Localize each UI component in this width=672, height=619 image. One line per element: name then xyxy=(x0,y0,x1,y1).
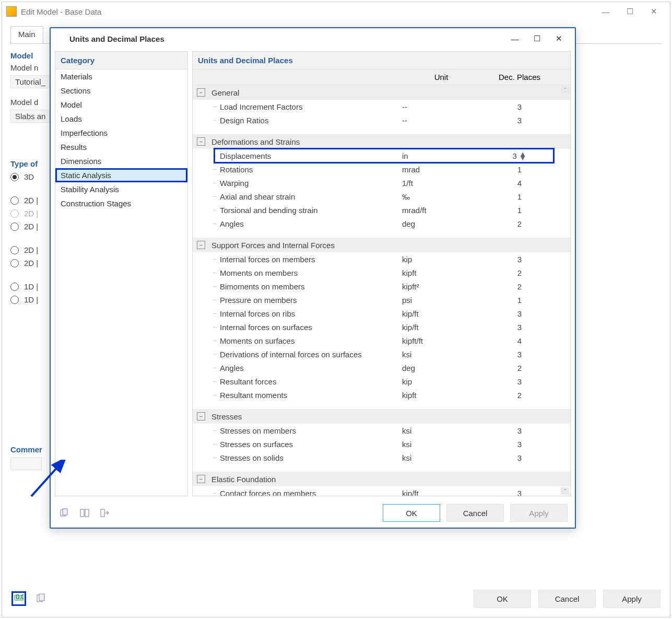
row-unit[interactable]: ksi xyxy=(402,426,480,435)
data-row[interactable]: ┄Axial and shear strain‰1 xyxy=(193,190,570,203)
data-row[interactable]: ┄Stresses on solidsksi3 xyxy=(193,451,570,464)
radio-1d-2[interactable] xyxy=(10,296,19,304)
row-dec[interactable]: 2 xyxy=(480,364,559,372)
data-row[interactable]: ┄Anglesdeg2 xyxy=(193,361,570,375)
scroll-up-icon[interactable]: ˄ xyxy=(561,86,569,94)
collapse-icon[interactable]: − xyxy=(197,88,205,97)
grid-body[interactable]: ˄ ˅ −General┄Load Increment Factors--3┄D… xyxy=(193,85,570,496)
scroll-down-icon[interactable]: ˅ xyxy=(561,487,569,495)
group-row[interactable]: −General xyxy=(193,85,570,100)
outer-cancel-button[interactable]: Cancel xyxy=(538,590,596,608)
category-item-imperfections[interactable]: Imperfections xyxy=(55,126,187,140)
row-unit[interactable]: in xyxy=(402,151,480,160)
row-dec[interactable]: 3 xyxy=(480,323,559,332)
close-button[interactable]: ✕ xyxy=(642,3,666,20)
row-dec[interactable]: 3 xyxy=(480,377,559,386)
row-dec[interactable]: 3▲▼ xyxy=(480,151,559,160)
category-item-construction-stages[interactable]: Construction Stages xyxy=(55,196,187,211)
row-dec[interactable]: 1 xyxy=(480,165,559,174)
model-name-input[interactable]: Tutorial_ xyxy=(10,75,52,88)
row-unit[interactable]: kip xyxy=(402,377,480,386)
row-unit[interactable]: kip xyxy=(402,255,480,264)
row-dec[interactable]: 2 xyxy=(480,219,559,228)
dec-spinner[interactable]: 3▲▼ xyxy=(512,151,526,160)
row-unit[interactable]: kipft² xyxy=(402,282,480,291)
row-dec[interactable]: 4 xyxy=(480,336,559,345)
category-item-sections[interactable]: Sections xyxy=(55,84,187,98)
copy-settings-icon[interactable] xyxy=(58,506,72,520)
row-dec[interactable]: 3 xyxy=(480,255,559,264)
dialog-minimize-button[interactable]: — xyxy=(504,31,526,46)
data-row[interactable]: ┄Design Ratios--3 xyxy=(193,113,570,127)
import-settings-icon[interactable] xyxy=(78,506,91,520)
row-unit[interactable]: ksi xyxy=(402,350,480,359)
dialog-cancel-button[interactable]: Cancel xyxy=(446,504,504,522)
row-dec[interactable]: 2 xyxy=(480,391,559,400)
radio-2d-2[interactable] xyxy=(10,209,19,218)
category-item-dimensions[interactable]: Dimensions xyxy=(55,154,187,168)
row-unit[interactable]: kip/ft xyxy=(402,323,480,332)
row-unit[interactable]: kip/ft xyxy=(402,489,480,496)
radio-2d-1[interactable] xyxy=(10,196,19,205)
row-unit[interactable]: psi xyxy=(402,296,480,305)
category-item-stability-analysis[interactable]: Stability Analysis xyxy=(55,182,187,196)
data-row[interactable]: ┄Moments on memberskipft2 xyxy=(193,266,570,279)
units-icon[interactable]: 0.00 xyxy=(11,591,26,606)
row-dec[interactable]: 3 xyxy=(480,426,559,435)
row-dec[interactable]: 3 xyxy=(480,440,559,449)
row-dec[interactable]: 1 xyxy=(480,192,559,201)
row-unit[interactable]: kipft xyxy=(402,268,480,277)
model-desc-input[interactable]: Slabs an xyxy=(10,110,52,123)
data-row[interactable]: ┄Internal forces on ribskip/ft3 xyxy=(193,307,570,320)
data-row[interactable]: ┄Resultant momentskipft2 xyxy=(193,388,570,402)
row-unit[interactable]: ksi xyxy=(402,453,480,462)
radio-3d[interactable] xyxy=(10,173,19,181)
row-unit[interactable]: 1/ft xyxy=(402,179,480,188)
collapse-icon[interactable]: − xyxy=(197,241,205,249)
row-dec[interactable]: 1 xyxy=(480,206,559,215)
row-unit[interactable]: ‰ xyxy=(402,192,480,201)
data-row[interactable]: ┄Derivations of internal forces on surfa… xyxy=(193,347,570,361)
category-item-static-analysis[interactable]: Static Analysis xyxy=(55,168,187,182)
dialog-apply-button[interactable]: Apply xyxy=(510,504,568,522)
data-row[interactable]: ┄Bimoments on memberskipft²2 xyxy=(193,279,570,293)
data-row[interactable]: ┄Anglesdeg2 xyxy=(193,217,570,230)
collapse-icon[interactable]: − xyxy=(197,412,205,421)
row-unit[interactable]: -- xyxy=(402,116,480,125)
data-row[interactable]: ┄Internal forces on memberskip3 xyxy=(193,252,570,266)
row-dec[interactable]: 3 xyxy=(480,116,559,125)
radio-2d-5[interactable] xyxy=(10,259,19,267)
category-item-model[interactable]: Model xyxy=(55,98,187,112)
radio-2d-3[interactable] xyxy=(10,223,19,231)
row-unit[interactable]: deg xyxy=(402,364,480,372)
radio-2d-4[interactable] xyxy=(10,246,19,254)
row-unit[interactable]: kipft/ft xyxy=(402,336,480,345)
data-row[interactable]: ┄Torsional and bending strainmrad/ft1 xyxy=(193,203,570,217)
row-unit[interactable]: ksi xyxy=(402,440,480,449)
collapse-icon[interactable]: − xyxy=(197,137,205,146)
group-row[interactable]: −Elastic Foundation xyxy=(193,472,570,486)
export-settings-icon[interactable] xyxy=(98,506,111,520)
row-unit[interactable]: deg xyxy=(402,219,480,228)
data-row[interactable]: ┄Warping1/ft4 xyxy=(193,176,570,190)
copy-icon[interactable] xyxy=(33,591,48,606)
data-row[interactable]: ┄Stresses on surfacesksi3 xyxy=(193,437,570,451)
group-row[interactable]: −Stresses xyxy=(193,409,570,424)
data-row[interactable]: ┄Internal forces on surfaceskip/ft3 xyxy=(193,320,570,334)
dialog-ok-button[interactable]: OK xyxy=(383,504,440,522)
row-unit[interactable]: -- xyxy=(402,102,480,111)
category-item-results[interactable]: Results xyxy=(55,140,187,154)
dialog-maximize-button[interactable]: ☐ xyxy=(526,31,548,46)
row-dec[interactable]: 4 xyxy=(480,179,559,188)
row-dec[interactable]: 2 xyxy=(480,282,559,291)
comment-input[interactable] xyxy=(10,457,42,470)
group-row[interactable]: −Support Forces and Internal Forces xyxy=(193,238,570,252)
data-row[interactable]: ┄Load Increment Factors--3 xyxy=(193,100,570,113)
row-unit[interactable]: kipft xyxy=(402,391,480,400)
tab-main[interactable]: Main xyxy=(10,26,43,43)
data-row[interactable]: ┄Stresses on membersksi3 xyxy=(193,424,570,437)
row-unit[interactable]: kip/ft xyxy=(402,309,480,318)
data-row[interactable]: ┄Rotationsmrad1 xyxy=(193,162,570,176)
row-unit[interactable]: mrad/ft xyxy=(402,206,480,215)
row-dec[interactable]: 3 xyxy=(480,102,559,111)
